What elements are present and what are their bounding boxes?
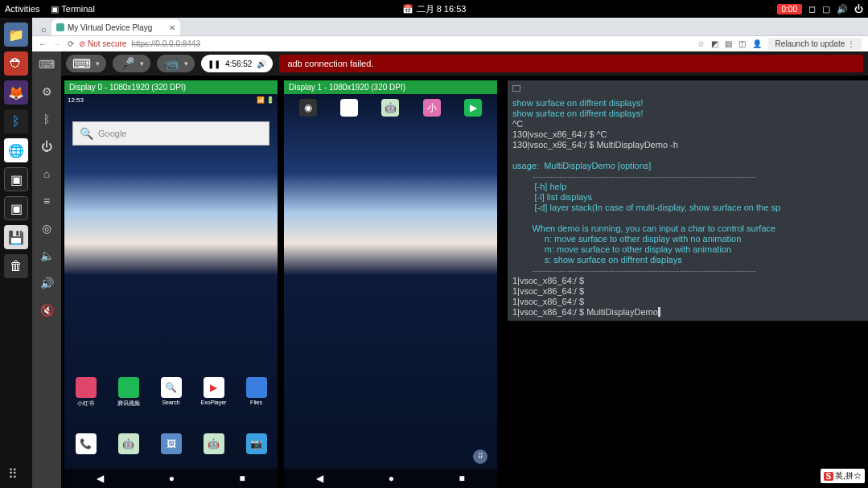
- screen-record-badge[interactable]: 0:00: [777, 4, 802, 14]
- volume-icon[interactable]: 🔊: [837, 4, 848, 14]
- mic-pill[interactable]: 🎤▾: [113, 55, 150, 72]
- mute-icon[interactable]: 🔇: [39, 302, 55, 318]
- clock[interactable]: 📅 二月 8 16:53: [402, 3, 467, 15]
- display-0-screen[interactable]: 12:53📶 🔋 🔍 Google 小红书腾讯视频🔍Search▶ExoPlay…: [64, 94, 278, 488]
- window-icon[interactable]: ▢: [822, 4, 830, 14]
- app-toolbar: ⌨▾ 🎤▾ 📹▾ ❚❚ 4:56:52 🔊 adb connection fai…: [61, 51, 868, 76]
- display-1-screen[interactable]: ◉▶🤖小▶ ⠿ ◀ ● ■: [284, 94, 497, 488]
- app-icon[interactable]: Files: [239, 377, 274, 408]
- address-url[interactable]: https://0.0.0.0:8443: [131, 39, 200, 48]
- nav-home[interactable]: ●: [169, 473, 175, 484]
- play-time: 4:56:52: [225, 59, 252, 68]
- volume-up-icon[interactable]: 🔊: [39, 275, 55, 291]
- app-icon[interactable]: ▶ExoPlayer: [196, 377, 232, 408]
- dock-bluetooth[interactable]: ᛒ: [4, 109, 28, 133]
- display-1-header: Display 1 - 1080x1920 (320 DPI): [284, 80, 497, 94]
- ext-2-icon[interactable]: ▤: [725, 39, 732, 48]
- terminal-menu[interactable]: ▣ Terminal: [51, 4, 94, 14]
- camera-pill[interactable]: 📹▾: [157, 55, 195, 72]
- dock-disks[interactable]: 💾: [4, 225, 28, 249]
- android-navbar: ◀ ● ■: [64, 469, 278, 488]
- dock-help[interactable]: ⛑: [4, 51, 28, 76]
- target-icon[interactable]: ◎: [39, 220, 55, 236]
- display-0: Display 0 - 1080x1920 (320 DPI) 12:53📶 🔋…: [64, 80, 278, 488]
- app-icon[interactable]: ◉: [290, 99, 326, 118]
- power-icon[interactable]: ⏻: [854, 4, 863, 14]
- dock-chrome[interactable]: 🌐: [4, 138, 28, 162]
- google-search-widget[interactable]: 🔍 Google: [72, 121, 269, 146]
- browser-chrome: ⌕ My Virtual Device Playg ✕ ← → ⟳ ⊘ Not …: [32, 18, 868, 51]
- ime-badge[interactable]: S英,拼☆: [821, 469, 865, 483]
- search-icon: 🔍: [80, 127, 93, 140]
- power-icon[interactable]: ⏻: [39, 138, 55, 154]
- dock-files[interactable]: 📁: [4, 23, 28, 47]
- terminal-prompt-line[interactable]: 1|vsoc_x86_64:/ $ MultiDisplayDemo: [512, 307, 863, 318]
- security-status[interactable]: ⊘ Not secure: [79, 39, 126, 48]
- sidepanel-icon[interactable]: ◫: [738, 39, 746, 48]
- search-placeholder: Google: [98, 129, 126, 138]
- notify-icon[interactable]: ◻: [808, 4, 816, 14]
- dock-trash[interactable]: 🗑: [4, 254, 28, 278]
- nav-recent[interactable]: ■: [240, 473, 245, 484]
- android-navbar-2: ◀ ● ■: [284, 469, 497, 488]
- app-icon[interactable]: 📷: [239, 433, 274, 456]
- app-icon[interactable]: ▶: [455, 99, 491, 118]
- relaunch-button[interactable]: Relaunch to update ⋮: [768, 38, 862, 50]
- tab-favicon: [56, 23, 64, 31]
- tab-close-icon[interactable]: ✕: [169, 23, 175, 32]
- app-icon[interactable]: 腾讯视频: [111, 377, 146, 408]
- star-icon[interactable]: ☆: [697, 39, 705, 48]
- tab-search-icon[interactable]: ⌕: [37, 23, 50, 35]
- error-banner: adb connection failed.: [279, 55, 863, 72]
- ext-1-icon[interactable]: ◩: [711, 39, 718, 48]
- nav-back[interactable]: ◀: [97, 473, 104, 484]
- home-icon[interactable]: ⌂: [39, 166, 55, 182]
- dock-terminal-2[interactable]: ▣: [4, 196, 28, 220]
- sound-icon[interactable]: 🔊: [257, 59, 266, 68]
- app-icon[interactable]: 小: [414, 99, 450, 118]
- app-icon[interactable]: 小红书: [68, 377, 104, 408]
- app-sidebar: ⌨ ⚙ ᛒ ⏻ ⌂ ≡ ◎ 🔈 🔊 🔇: [32, 51, 61, 488]
- android-statusbar: 12:53📶 🔋: [64, 94, 278, 105]
- app-icon[interactable]: 🤖: [196, 433, 232, 456]
- app-icon[interactable]: 🤖: [111, 433, 146, 456]
- nav-recent[interactable]: ■: [459, 473, 465, 484]
- app-icon[interactable]: 🤖: [372, 99, 408, 118]
- dock-terminal[interactable]: ▣: [4, 167, 28, 191]
- ubuntu-dock: 📁 ⛑ 🦊 ᛒ 🌐 ▣ ▣ 💾 🗑 ⠿: [0, 18, 32, 488]
- nav-home[interactable]: ●: [389, 473, 394, 484]
- tab-title: My Virtual Device Playg: [68, 23, 152, 32]
- bluetooth-icon[interactable]: ᛒ: [39, 111, 55, 127]
- volume-down-icon[interactable]: 🔈: [39, 248, 55, 264]
- settings-icon[interactable]: ⚙: [39, 84, 55, 100]
- activities-button[interactable]: Activities: [5, 4, 39, 14]
- apps-circle-button[interactable]: ⠿: [473, 449, 487, 464]
- app-icon[interactable]: 🔍Search: [154, 377, 189, 408]
- nav-back[interactable]: ◀: [316, 473, 323, 484]
- display-1: Display 1 - 1080x1920 (320 DPI) ◉▶🤖小▶ ⠿ …: [284, 80, 497, 488]
- nav-forward-icon: →: [53, 39, 61, 48]
- app-icon[interactable]: 📞: [68, 433, 104, 456]
- keyboard-pill[interactable]: ⌨▾: [66, 55, 106, 72]
- terminal-tab-icon[interactable]: [512, 85, 520, 92]
- playback-control[interactable]: ❚❚ 4:56:52 🔊: [201, 55, 273, 72]
- warning-icon: ⊘: [79, 39, 85, 48]
- app-icon[interactable]: 🖼: [154, 433, 189, 456]
- app-icon[interactable]: ▶: [331, 99, 367, 118]
- dock-firefox[interactable]: 🦊: [4, 80, 28, 105]
- browser-tab[interactable]: My Virtual Device Playg ✕: [51, 19, 180, 35]
- nav-back-icon[interactable]: ←: [39, 39, 47, 48]
- nav-reload-icon[interactable]: ⟳: [68, 39, 74, 48]
- keyboard-icon[interactable]: ⌨: [39, 56, 55, 72]
- dock-apps-grid[interactable]: ⠿: [8, 466, 18, 482]
- profile-icon[interactable]: 👤: [752, 39, 762, 48]
- os-top-bar: Activities ▣ Terminal 📅 二月 8 16:53 0:00 …: [0, 0, 868, 18]
- terminal-output: show surface on diffrent displays!show s…: [512, 98, 863, 307]
- display-0-header: Display 0 - 1080x1920 (320 DPI): [64, 80, 278, 94]
- menu-icon[interactable]: ≡: [39, 193, 55, 209]
- pause-icon[interactable]: ❚❚: [208, 59, 220, 68]
- terminal-window[interactable]: show surface on diffrent displays!show s…: [508, 80, 868, 321]
